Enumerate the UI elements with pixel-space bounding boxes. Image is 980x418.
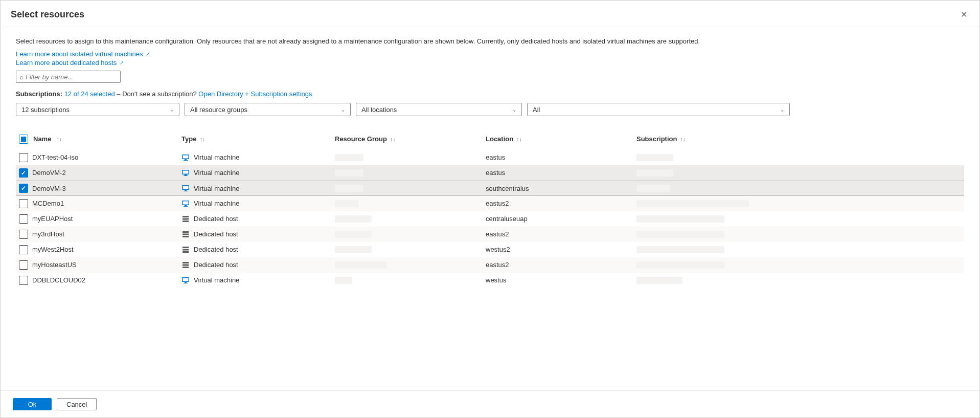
cell-subscription (636, 231, 964, 238)
sort-icon: ↑↓ (56, 136, 62, 142)
cell-type: Dedicated host (181, 261, 335, 269)
chevron-down-icon: ⌄ (512, 107, 516, 113)
redacted-value (636, 169, 673, 177)
row-checkbox[interactable] (19, 230, 28, 239)
subscriptions-label: Subscriptions: (16, 90, 62, 98)
subscriptions-dropdown[interactable]: 12 subscriptions ⌄ (16, 103, 179, 116)
column-header-resource-group[interactable]: Resource Group ↑↓ (335, 135, 486, 143)
redacted-value (335, 154, 363, 161)
row-checkbox[interactable] (19, 276, 28, 285)
directory-settings-link[interactable]: Open Directory + Subscription settings (198, 90, 312, 98)
dedicated-host-icon (181, 215, 190, 223)
cell-type: Dedicated host (181, 246, 335, 254)
row-checkbox[interactable] (19, 153, 28, 162)
cell-subscription (636, 169, 964, 177)
cell-name: MCDemo1 (18, 199, 181, 208)
sort-icon: ↑↓ (199, 136, 205, 142)
select-all-checkbox[interactable] (19, 135, 28, 144)
row-checkbox[interactable] (19, 168, 28, 178)
cell-location: westus (486, 276, 636, 284)
panel-body: Select resources to assign to this maint… (1, 27, 979, 390)
resource-type: Virtual machine (194, 185, 239, 192)
redacted-value (636, 154, 673, 161)
table-row[interactable]: my3rdHostDedicated hosteastus2 (16, 227, 964, 242)
redacted-value (335, 277, 352, 284)
column-header-location[interactable]: Location ↑↓ (486, 135, 636, 143)
resource-location: eastus (486, 169, 505, 177)
virtual-machine-icon (181, 200, 190, 208)
cell-subscription (636, 154, 964, 161)
column-header-type[interactable]: Type ↑↓ (181, 135, 335, 143)
cell-type: Dedicated host (181, 230, 335, 238)
isolated-vms-link[interactable]: Learn more about isolated virtual machin… (16, 50, 150, 58)
cell-resource-group (335, 261, 486, 269)
cell-name: my3rdHost (18, 230, 181, 239)
redacted-value (636, 261, 724, 269)
sort-icon: ↑↓ (680, 136, 686, 142)
filter-text-field[interactable] (26, 73, 117, 81)
redacted-value (636, 200, 749, 207)
chevron-down-icon: ⌄ (341, 107, 345, 113)
row-checkbox[interactable] (19, 184, 28, 193)
resource-name: DemoVM-3 (32, 185, 66, 192)
cell-resource-group (335, 185, 486, 192)
row-checkbox[interactable] (19, 199, 28, 208)
column-header-subscription[interactable]: Subscription ↑↓ (636, 135, 964, 143)
redacted-value (335, 185, 363, 192)
resource-location: eastus2 (486, 261, 509, 269)
row-checkbox[interactable] (19, 260, 28, 270)
resource-name: DemoVM-2 (32, 169, 66, 177)
cell-resource-group (335, 277, 486, 284)
resource-type: Virtual machine (194, 276, 239, 284)
subscriptions-summary: Subscriptions: 12 of 24 selected – Don't… (16, 90, 964, 99)
locations-dropdown[interactable]: All locations ⌄ (356, 103, 522, 116)
chevron-down-icon: ⌄ (170, 107, 174, 113)
cell-resource-group (335, 200, 486, 207)
dedicated-hosts-link[interactable]: Learn more about dedicated hosts ↗ (16, 59, 124, 67)
cell-type: Virtual machine (181, 184, 335, 192)
cell-resource-group (335, 246, 486, 253)
sort-icon: ↑↓ (516, 136, 522, 142)
dedicated-host-icon (181, 246, 190, 254)
cancel-button[interactable]: Cancel (57, 398, 97, 410)
resource-name: myEUAPHost (32, 215, 73, 223)
virtual-machine-icon (181, 276, 190, 284)
table-row[interactable]: DXT-test-04-isoVirtual machineeastus (16, 150, 964, 165)
resource-type: Dedicated host (194, 215, 238, 223)
table-row[interactable]: myHosteastUSDedicated hosteastus2 (16, 257, 964, 273)
resource-type: Virtual machine (194, 200, 239, 207)
select-resources-panel: Select resources ✕ Select resources to a… (0, 0, 980, 418)
table-row[interactable]: DemoVM-2Virtual machineeastus (16, 165, 964, 181)
subscriptions-selected-link[interactable]: 12 of 24 selected (64, 90, 115, 98)
type-dropdown[interactable]: All ⌄ (527, 103, 790, 116)
resource-location: southcentralus (486, 185, 529, 192)
redacted-value (335, 261, 387, 269)
dedicated-host-icon (181, 261, 190, 269)
table-row[interactable]: DDBLDCLOUD02Virtual machinewestus (16, 273, 964, 288)
cell-resource-group (335, 215, 486, 223)
table-row[interactable]: MCDemo1Virtual machineeastus2 (16, 196, 964, 211)
resource-type: Dedicated host (194, 261, 238, 269)
resource-type: Virtual machine (194, 153, 239, 161)
filter-by-name-input[interactable]: ⌕ (16, 71, 121, 83)
table-row[interactable]: myEUAPHostDedicated hostcentraluseuap (16, 211, 964, 227)
close-button[interactable]: ✕ (959, 8, 969, 21)
ok-button[interactable]: Ok (13, 398, 52, 410)
help-links: Learn more about isolated virtual machin… (16, 50, 964, 68)
cell-name: myEUAPHost (18, 214, 181, 224)
table-row[interactable]: myWest2HostDedicated hostwestus2 (16, 242, 964, 257)
resource-name: DDBLDCLOUD02 (32, 276, 85, 284)
virtual-machine-icon (181, 184, 190, 192)
dedicated-host-icon (181, 230, 190, 238)
panel-header: Select resources ✕ (1, 1, 979, 27)
redacted-value (335, 246, 372, 253)
cell-location: eastus2 (486, 230, 636, 238)
panel-footer: Ok Cancel (1, 390, 979, 417)
column-header-name[interactable]: Name ↑↓ (18, 135, 181, 144)
resource-location: westus2 (486, 246, 510, 253)
row-checkbox[interactable] (19, 245, 28, 254)
row-checkbox[interactable] (19, 214, 28, 224)
resource-groups-dropdown[interactable]: All resource groups ⌄ (185, 103, 351, 116)
table-row[interactable]: DemoVM-3Virtual machinesouthcentralus (16, 181, 964, 196)
resources-table: Name ↑↓ Type ↑↓ Resource Group ↑↓ Locati… (16, 131, 964, 288)
